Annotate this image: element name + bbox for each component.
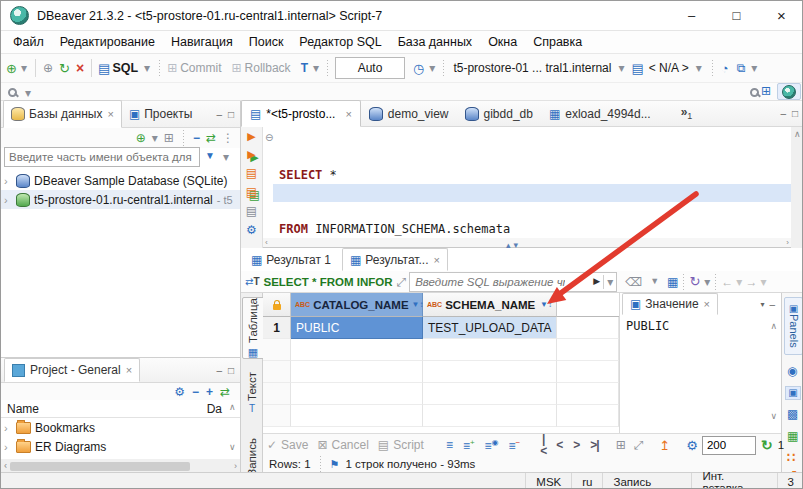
code-fold-icon[interactable]: ⊖ [265, 133, 273, 143]
minimize-button[interactable]: – [669, 1, 714, 30]
calc-panel-icon[interactable]: ▦ [787, 430, 798, 442]
project-hscrollbar[interactable]: › › [1, 459, 240, 473]
menu-edit[interactable]: Редактирование [52, 35, 163, 49]
connection-selector-dropdown-icon[interactable]: ▾ [618, 62, 624, 74]
menu-navigate[interactable]: Навигация [163, 35, 241, 49]
open-perspective-icon[interactable]: ⊞ [761, 85, 771, 97]
er-diagram-icon[interactable]: ⧉ [737, 62, 746, 74]
editor-vscrollbar[interactable]: ∧ [791, 127, 803, 248]
sql-script-tab-close-icon[interactable]: × [345, 108, 351, 120]
tab-sql-script[interactable]: ▤ *<t5-prosto... × [241, 100, 361, 127]
metadata-panel-icon[interactable]: ◉ [787, 365, 797, 377]
expand-chevron-icon[interactable]: › [4, 422, 12, 434]
refresh-compare-icon[interactable]: ↻ [689, 275, 700, 288]
explain-plan-icon[interactable]: ▤ [246, 205, 257, 217]
auto-commit-combo[interactable]: Auto [335, 57, 405, 79]
language-indicator[interactable]: ru [571, 473, 602, 489]
project-vscroll-down-icon[interactable]: ∨ [229, 442, 236, 452]
transaction-mode-icon[interactable]: T [301, 62, 308, 74]
column-filter-sort-icon[interactable]: ▼↕ [540, 300, 552, 309]
tree-item-sample-database[interactable]: › DBeaver Sample Database (SQLite) [1, 171, 240, 190]
custom-filter-icon[interactable]: ⇄T [245, 277, 260, 287]
nav-new-connection-icon[interactable]: ⊕ [136, 132, 146, 144]
database-selector-dropdown-icon[interactable]: ▾ [696, 62, 702, 74]
diagram-dropdown-icon[interactable]: ▾ [751, 62, 757, 74]
tab-demo-view[interactable]: demo_view [361, 101, 457, 126]
search-dropdown-icon[interactable]: ▾ [25, 87, 31, 99]
tree-item-er-diagrams[interactable]: › ER Diagrams [1, 437, 240, 456]
value-tab-close-icon[interactable]: × [704, 298, 710, 310]
editor-settings-gear-icon[interactable]: ⚙ [246, 224, 257, 236]
panel-minimize-icon[interactable]: – [216, 109, 222, 120]
object-filter-input[interactable] [4, 147, 200, 167]
column-filter-sort-icon[interactable]: ▼↕ [412, 300, 424, 309]
tree-item-bookmarks[interactable]: › Bookmarks [1, 418, 240, 437]
tab-result-2[interactable]: ▦ Результат... × [342, 248, 448, 271]
timezone-indicator[interactable]: MSK [525, 473, 571, 489]
sql-dropdown-icon[interactable]: ▾ [144, 62, 150, 74]
project-minimize-icon[interactable]: – [216, 365, 222, 376]
column-header-schema-name[interactable]: ABC SCHEMA_NAME ▼↕ [423, 293, 557, 317]
cell-catalog-name[interactable]: PUBLIC [291, 317, 423, 339]
tab-panels[interactable]: ▣ Panels [784, 297, 803, 355]
database-selector[interactable]: < N/A > [649, 61, 689, 75]
databases-tab-close-icon[interactable]: × [107, 108, 113, 120]
cell-empty[interactable] [557, 317, 619, 339]
filter-expand-icon[interactable]: ⤢ [397, 276, 407, 288]
project-expand-icon[interactable]: + [206, 386, 213, 398]
tree-item-t5-connection[interactable]: › t5-prostore-01.ru-central1.internal - … [1, 190, 240, 209]
last-row-icon[interactable]: >| [590, 439, 598, 451]
editor-maximize-icon[interactable]: □ [792, 108, 798, 119]
project-col-date[interactable]: Da [207, 402, 222, 416]
results-grid[interactable]: ABC CATALOG_NAME ▼↕ ABC SCHEMA_NAME ▼↕ 1… [263, 293, 619, 433]
expand-chevron-icon[interactable]: › [4, 194, 12, 206]
disconnect-icon[interactable]: × [76, 61, 84, 75]
nav-back-dropdown-icon[interactable]: ▾ [736, 276, 742, 288]
project-tab-close-icon[interactable]: × [126, 364, 132, 376]
delete-row-icon[interactable]: ≡− [509, 439, 521, 452]
editor-hscroll-left-icon[interactable]: › [263, 238, 270, 247]
hscroll-right-icon[interactable]: › [231, 461, 240, 471]
project-col-name[interactable]: Name [7, 402, 39, 416]
add-row-icon[interactable]: ≡+ [463, 439, 475, 452]
tab-gibdd-db[interactable]: gibdd_db [457, 101, 541, 126]
menu-database[interactable]: База данных [390, 35, 480, 49]
dashboard-icon[interactable]: ◔ [721, 62, 729, 75]
project-collapse-icon[interactable]: − [192, 386, 199, 398]
sql-editor-button[interactable]: SQL [112, 61, 138, 75]
row-number-cell[interactable]: 1 [263, 317, 291, 339]
erase-filter-icon[interactable]: ⌫ [625, 276, 642, 288]
filter-expression-input[interactable] [413, 275, 567, 289]
project-link-icon[interactable]: ⇄ [220, 386, 230, 398]
collapse-all-icon[interactable]: − [193, 132, 200, 144]
value-vscroll-down-icon[interactable]: ∨ [770, 411, 777, 421]
nav-new-connection-dropdown-icon[interactable]: ▾ [152, 132, 158, 144]
apply-filter-icon[interactable]: ▶ [593, 277, 600, 286]
refresh-results-icon[interactable]: ↻ [761, 438, 773, 452]
menu-sql-editor[interactable]: Редактор SQL [291, 35, 389, 49]
nav-forward-icon[interactable]: → [745, 276, 757, 288]
history-dropdown-icon[interactable]: ▾ [429, 62, 435, 74]
nav-new-folder-icon[interactable]: ⊞ [164, 132, 174, 144]
editor-minimize-icon[interactable]: – [780, 108, 786, 119]
nav-back-icon[interactable]: ← [721, 276, 733, 288]
cursor-position[interactable]: 3 [777, 473, 803, 489]
tab-project-general[interactable]: Project - General × [4, 358, 140, 382]
aggregate-panel-icon[interactable]: ▩ [787, 408, 798, 420]
tab-text-presentation[interactable]: Текст T [242, 365, 262, 421]
reconnect-icon[interactable]: ↻ [59, 62, 70, 75]
expand-chevron-icon[interactable]: › [4, 175, 12, 187]
expand-chevron-icon[interactable]: › [4, 441, 12, 453]
rollback-button[interactable]: Rollback [245, 61, 291, 75]
results-settings-gear-icon[interactable]: ⚙ [686, 439, 698, 452]
dbeaver-perspective-button[interactable] [777, 83, 801, 100]
tab-databases[interactable]: Базы данных × [3, 100, 122, 128]
project-settings-gear-icon[interactable]: ⚙ [174, 386, 185, 398]
connection-selector[interactable]: t5-prostore-01 ... tral1.internal [453, 61, 611, 75]
column-header-catalog-name[interactable]: ABC CATALOG_NAME ▼↕ [291, 293, 423, 317]
new-connection-dropdown-icon[interactable]: ▾ [21, 62, 27, 74]
cell-schema-name[interactable]: TEST_UPLOAD_DATA [423, 317, 557, 339]
editor-hscrollbar[interactable]: › › [263, 238, 791, 247]
sql-editor-icon[interactable]: ▤ [98, 62, 110, 75]
next-row-icon[interactable]: > [573, 439, 580, 451]
